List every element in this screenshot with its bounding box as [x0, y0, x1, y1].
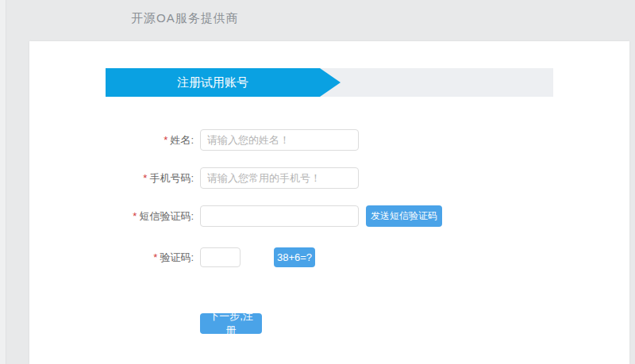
site-header: 开源OA服务提供商 [0, 0, 635, 41]
send-sms-code-button[interactable]: 发送短信验证码 [366, 205, 442, 227]
name-label: *姓名: [29, 133, 194, 148]
form-row-name: *姓名: [29, 129, 629, 151]
required-asterisk: * [153, 251, 157, 263]
step-active-banner: 注册试用账号 [106, 68, 320, 97]
sms-code-input[interactable] [200, 205, 359, 227]
form-row-captcha: *验证码: 38+6=? [29, 247, 629, 267]
required-asterisk: * [143, 172, 147, 184]
captcha-label-text: 验证码: [160, 251, 194, 263]
phone-label-text: 手机号码: [149, 172, 194, 184]
required-asterisk: * [164, 134, 167, 146]
sms-code-label: *短信验证码: [29, 209, 194, 224]
form-row-submit: 下一步,注册 [29, 313, 629, 334]
captcha-label: *验证码: [29, 251, 194, 265]
required-asterisk: * [133, 210, 137, 222]
name-label-text: 姓名: [170, 134, 194, 146]
sms-code-label-text: 短信验证码: [139, 210, 194, 222]
register-card: 注册试用账号 *姓名: *手机号码: *短信验证码: 发送短信验证码 *验证码:… [29, 41, 629, 364]
steps-track: 注册试用账号 [106, 68, 553, 97]
next-register-button[interactable]: 下一步,注册 [200, 313, 262, 334]
name-input[interactable] [200, 129, 359, 151]
form-row-sms-code: *短信验证码: 发送短信验证码 [29, 205, 629, 227]
captcha-question-button[interactable]: 38+6=? [274, 247, 315, 267]
phone-label: *手机号码: [29, 171, 194, 186]
brand-title: 开源OA服务提供商 [131, 11, 239, 26]
left-edge-strip [0, 0, 6, 364]
captcha-input[interactable] [200, 247, 241, 267]
phone-input[interactable] [200, 167, 359, 189]
register-form: *姓名: *手机号码: *短信验证码: 发送短信验证码 *验证码: 38+6=?… [29, 129, 629, 334]
step-label: 注册试用账号 [177, 75, 248, 89]
form-row-phone: *手机号码: [29, 167, 629, 189]
